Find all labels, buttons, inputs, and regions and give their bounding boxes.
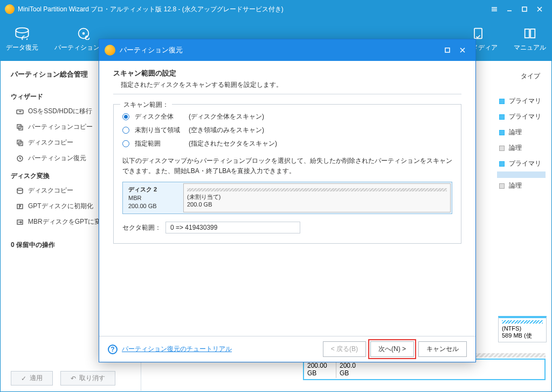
radio-label: ディスク全体 bbox=[135, 112, 183, 121]
minimize-button[interactable] bbox=[502, 3, 517, 16]
migrate-icon bbox=[16, 108, 24, 115]
type-indicator bbox=[499, 161, 505, 167]
app-icon bbox=[5, 4, 15, 14]
partition-recovery-dialog: パーティション復元 スキャン範囲の設定 指定されたディスクをスキャンする範囲を設… bbox=[99, 39, 476, 362]
sector-label: セクタ範囲： bbox=[122, 223, 161, 232]
column-header-type: タイプ bbox=[521, 72, 540, 81]
dialog-maximize-button[interactable] bbox=[440, 44, 455, 57]
instruction-text: 以下のディスクマップからパーティションブロックを選択して、紛失したか削除されたパ… bbox=[122, 156, 452, 176]
undo-button[interactable]: ↶取り消す bbox=[60, 371, 115, 386]
toolbar-manual[interactable]: マニュアル bbox=[514, 27, 546, 52]
dialog-content: スキャン範囲の設定 指定されたディスクをスキャンする範囲を設定します。 スキャン… bbox=[99, 61, 475, 336]
sector-range-row: セクタ範囲： 0 => 419430399 bbox=[122, 222, 452, 233]
gpt-icon bbox=[16, 203, 24, 210]
type-indicator bbox=[499, 99, 505, 104]
disk-copy-icon bbox=[16, 139, 24, 147]
partition-recovery-icon bbox=[76, 27, 91, 40]
check-icon: ✓ bbox=[21, 375, 26, 382]
svg-point-11 bbox=[17, 188, 23, 190]
partition-row[interactable]: 論理 bbox=[497, 178, 546, 194]
disk-size-label2: 200.0 GB bbox=[336, 361, 358, 378]
recover-icon bbox=[16, 155, 24, 162]
cancel-button[interactable]: キャンセル bbox=[418, 341, 467, 357]
fieldset-legend: スキャン範囲： bbox=[120, 100, 172, 109]
radio-label: 未割り当て領域 bbox=[135, 126, 183, 135]
svg-rect-14 bbox=[445, 48, 450, 52]
main-titlebar: MiniTool Partition Wizard プロ・アルティメット版 12… bbox=[1, 1, 551, 18]
disk-name: ディスク 2 bbox=[128, 185, 179, 194]
disk-size: 200.00 GB bbox=[128, 202, 179, 210]
type-indicator bbox=[499, 130, 505, 135]
dialog-icon bbox=[105, 45, 115, 56]
sidebar-item-label: GPTディスクに初期化 bbox=[28, 202, 93, 211]
disk-info: ディスク 2 MBR 200.00 GB bbox=[124, 183, 183, 212]
toolbar-label: マニュアル bbox=[514, 43, 546, 52]
sidebar-item-label: OSをSSD/HDDに移行 bbox=[28, 107, 92, 116]
svg-point-3 bbox=[82, 32, 85, 35]
svg-point-1 bbox=[16, 27, 28, 32]
next-button[interactable]: 次へ(N) > bbox=[370, 341, 414, 357]
partition-row[interactable]: プライマリ bbox=[497, 156, 546, 171]
scan-range-fieldset: スキャン範囲： ディスク全体 (ディスク全体をスキャン) 未割り当て領域 (空き… bbox=[113, 104, 461, 244]
back-button[interactable]: < 戻る(B) bbox=[323, 341, 366, 357]
disk-type: MBR bbox=[128, 194, 179, 202]
radio-button[interactable] bbox=[122, 140, 129, 147]
data-recovery-icon bbox=[15, 27, 30, 40]
sidebar-item-label: パーティションコピー bbox=[28, 122, 93, 132]
sidebar-item-label: MBRディスクをGPTに変 bbox=[28, 217, 101, 226]
radio-description: (ディスク全体をスキャン) bbox=[189, 112, 264, 121]
sidebar-item-label: ディスクコピー bbox=[28, 138, 73, 147]
copy-icon bbox=[16, 123, 24, 131]
undo-icon: ↶ bbox=[71, 375, 76, 382]
radio-description: (空き領域のみをスキャン) bbox=[189, 126, 264, 135]
type-indicator bbox=[499, 114, 505, 120]
manual-icon bbox=[522, 27, 537, 40]
allocation-label: (未割り当て) bbox=[187, 193, 447, 201]
disk-icon bbox=[16, 187, 24, 195]
radio-unallocated[interactable]: 未割り当て領域 (空き領域のみをスキャン) bbox=[122, 126, 452, 135]
type-indicator bbox=[499, 183, 505, 189]
partition-row[interactable]: 論理 bbox=[497, 125, 546, 140]
app-title: MiniTool Partition Wizard プロ・アルティメット版 12… bbox=[18, 5, 487, 14]
partition-list: プライマリ プライマリ 論理 論理 プライマリ 論理 bbox=[497, 93, 546, 194]
close-button[interactable] bbox=[532, 3, 547, 16]
partition-row[interactable]: プライマリ bbox=[497, 93, 546, 109]
dialog-close-button[interactable] bbox=[455, 44, 470, 57]
tutorial-link[interactable]: パーティション復元のチュートリアル bbox=[122, 345, 232, 354]
partition-row[interactable] bbox=[497, 171, 546, 178]
radio-range[interactable]: 指定範囲 (指定されたセクタをスキャン) bbox=[122, 139, 452, 148]
menu-icon[interactable] bbox=[487, 3, 502, 16]
maximize-button[interactable] bbox=[517, 3, 532, 16]
radio-button[interactable] bbox=[122, 127, 129, 134]
radio-button[interactable] bbox=[122, 113, 129, 120]
apply-button[interactable]: ✓適用 bbox=[11, 371, 53, 386]
dialog-footer: ? パーティション復元のチュートリアル < 戻る(B) 次へ(N) > キャンセ… bbox=[99, 336, 475, 362]
allocation-size: 200.0 GB bbox=[187, 201, 447, 208]
dialog-subtitle: 指定されたディスクをスキャンする範囲を設定します。 bbox=[121, 80, 461, 90]
type-indicator bbox=[499, 146, 505, 151]
ntfs-info-box: (NTFS) 589 MB (使 bbox=[498, 316, 547, 342]
disk-map[interactable]: ディスク 2 MBR 200.00 GB (未割り当て) 200.0 GB bbox=[122, 182, 452, 214]
sector-range-input[interactable]: 0 => 419430399 bbox=[165, 222, 300, 233]
sidebar-item-label: ディスクコピー bbox=[28, 186, 73, 195]
disk-size-label: 200.00 GB bbox=[304, 361, 336, 378]
radio-description: (指定されたセクタをスキャン) bbox=[189, 139, 277, 148]
help-icon[interactable]: ? bbox=[108, 345, 118, 354]
radio-label: 指定範囲 bbox=[135, 139, 183, 148]
dialog-titlebar: パーティション復元 bbox=[99, 39, 475, 61]
svg-rect-0 bbox=[522, 7, 527, 11]
disk-allocation[interactable]: (未割り当て) 200.0 GB bbox=[183, 183, 451, 212]
convert-icon bbox=[16, 218, 24, 226]
dialog-heading: スキャン範囲の設定 bbox=[113, 68, 461, 78]
bootable-media-icon bbox=[471, 27, 486, 40]
allocation-bar bbox=[187, 188, 447, 191]
partition-row[interactable]: プライマリ bbox=[497, 109, 546, 125]
partition-row[interactable]: 論理 bbox=[497, 140, 546, 156]
dialog-title: パーティション復元 bbox=[120, 45, 440, 55]
toolbar-label: データ復元 bbox=[6, 43, 38, 52]
sidebar-item-label: パーティション復元 bbox=[28, 154, 86, 163]
toolbar-data-recovery[interactable]: データ復元 bbox=[6, 27, 38, 52]
divider bbox=[113, 94, 461, 94]
radio-full-disk[interactable]: ディスク全体 (ディスク全体をスキャン) bbox=[122, 112, 452, 121]
